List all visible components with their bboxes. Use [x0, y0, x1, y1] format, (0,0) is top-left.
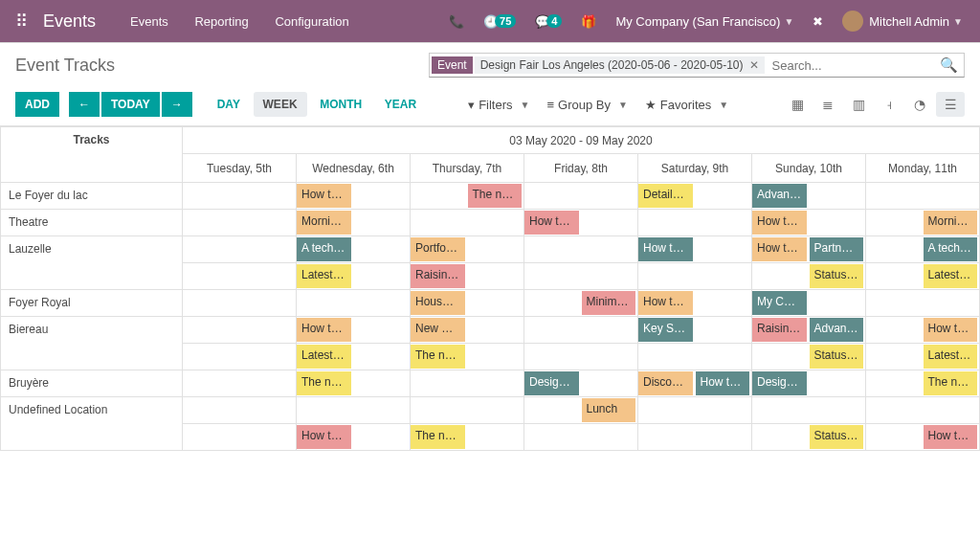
gantt-cell[interactable] [467, 210, 524, 236]
gantt-cell[interactable] [524, 424, 582, 451]
gantt-cell[interactable] [866, 210, 924, 236]
gantt-cell[interactable] [695, 236, 752, 263]
gantt-cell[interactable] [353, 210, 411, 236]
next-button[interactable]: → [162, 92, 192, 117]
filters-button[interactable]: ▾Filters▼ [464, 94, 533, 116]
gantt-cell[interactable] [923, 397, 980, 424]
today-button[interactable]: TODAY [101, 92, 160, 117]
gantt-cell[interactable] [581, 424, 638, 451]
gantt-bar[interactable]: Latest tre… [924, 264, 978, 288]
gantt-cell[interactable]: Design co… [752, 370, 810, 397]
view-kanban-icon[interactable]: ▦ [783, 92, 812, 117]
gantt-bar[interactable]: How to d… [752, 211, 807, 235]
search-bar[interactable]: Event Design Fair Los Angeles (2020-05-0… [429, 53, 965, 78]
gantt-cell[interactable] [467, 317, 524, 344]
gantt-cell[interactable] [524, 183, 582, 210]
gantt-bar[interactable]: Status & … [810, 425, 864, 449]
gantt-cell[interactable] [638, 210, 696, 236]
gantt-cell[interactable]: How to b… [297, 317, 354, 344]
gantt-cell[interactable]: Advanced… [809, 317, 866, 344]
gantt-cell[interactable] [183, 317, 240, 344]
gantt-bar[interactable]: Portfolio … [411, 237, 465, 261]
gantt-bar[interactable]: Latest tre… [924, 345, 978, 369]
gantt-cell[interactable] [695, 344, 752, 370]
view-calendar-icon[interactable]: ▥ [844, 92, 873, 117]
gantt-bar[interactable]: Status & … [810, 264, 864, 288]
gantt-cell[interactable] [809, 183, 866, 210]
gantt-cell[interactable] [923, 183, 980, 210]
gantt-cell[interactable] [467, 370, 524, 397]
gantt-cell[interactable]: How to b… [923, 317, 980, 344]
gantt-bar[interactable]: The new … [411, 425, 465, 449]
gantt-bar[interactable]: How to b… [924, 318, 978, 342]
gantt-bar[interactable]: House of … [411, 291, 465, 315]
gantt-bar[interactable]: My Comp… [752, 291, 807, 315]
view-graph-icon[interactable]: ⫞ [875, 92, 903, 117]
gantt-cell[interactable] [695, 183, 752, 210]
range-day[interactable]: DAY [208, 92, 250, 117]
gantt-cell[interactable] [353, 183, 411, 210]
gantt-bar[interactable]: How to o… [638, 291, 693, 315]
gantt-cell[interactable] [353, 317, 411, 344]
facet-remove-icon[interactable]: ✕ [749, 58, 759, 72]
view-gantt-icon[interactable]: ☰ [936, 92, 965, 117]
gantt-cell[interactable]: Latest tre… [923, 263, 980, 290]
gantt-bar[interactable]: Key Succ… [638, 318, 693, 342]
gantt-cell[interactable] [524, 236, 582, 263]
breadcrumb-title[interactable]: Event Tracks [15, 56, 115, 76]
gantt-cell[interactable] [239, 424, 297, 451]
gantt-bar[interactable]: Minimal b… [582, 291, 636, 315]
clock-badge[interactable]: 🕘75 [474, 14, 525, 29]
menu-reporting[interactable]: Reporting [183, 14, 259, 29]
gantt-cell[interactable] [866, 397, 924, 424]
gantt-cell[interactable] [467, 424, 524, 451]
gantt-cell[interactable] [183, 236, 240, 263]
gantt-cell[interactable] [183, 344, 240, 370]
gantt-cell[interactable]: How to fo… [752, 236, 810, 263]
gantt-cell[interactable]: My Comp… [752, 290, 810, 317]
view-activity-icon[interactable]: ◔ [905, 92, 934, 117]
gantt-cell[interactable] [695, 424, 752, 451]
gantt-cell[interactable]: Latest tre… [297, 263, 354, 290]
gantt-cell[interactable] [524, 263, 582, 290]
gantt-cell[interactable] [524, 317, 582, 344]
gantt-cell[interactable] [581, 370, 638, 397]
gantt-cell[interactable] [581, 183, 638, 210]
gantt-cell[interactable]: Design co… [524, 370, 582, 397]
company-switcher[interactable]: My Company (San Francisco)▼ [606, 14, 803, 29]
gantt-cell[interactable]: How to d… [752, 210, 810, 236]
gantt-cell[interactable]: How to d… [923, 424, 980, 451]
gantt-cell[interactable]: Morning … [297, 210, 354, 236]
gantt-cell[interactable] [809, 290, 866, 317]
gantt-cell[interactable] [467, 236, 524, 263]
gantt-cell[interactable] [411, 370, 468, 397]
gantt-cell[interactable]: Morning … [923, 210, 980, 236]
gantt-cell[interactable] [353, 236, 411, 263]
gantt-cell[interactable] [581, 344, 638, 370]
gantt-cell[interactable] [239, 370, 297, 397]
gantt-bar[interactable]: Design co… [524, 371, 579, 395]
gantt-cell[interactable] [695, 397, 752, 424]
gantt-cell[interactable]: Status & … [809, 344, 866, 370]
gantt-cell[interactable]: The new … [297, 370, 354, 397]
gantt-cell[interactable] [866, 290, 924, 317]
gantt-cell[interactable] [638, 263, 696, 290]
gantt-cell[interactable] [411, 210, 468, 236]
phone-icon[interactable]: 📞 [439, 14, 474, 29]
range-week[interactable]: WEEK [254, 92, 307, 117]
menu-events[interactable]: Events [119, 14, 180, 29]
range-month[interactable]: MONTH [310, 92, 371, 117]
gantt-cell[interactable] [581, 236, 638, 263]
gantt-cell[interactable] [183, 290, 240, 317]
gantt-cell[interactable] [183, 370, 240, 397]
gantt-bar[interactable]: Partnersh… [810, 237, 864, 261]
favorites-button[interactable]: ★Favorites▼ [641, 94, 732, 116]
menu-configuration[interactable]: Configuration [263, 14, 360, 29]
gantt-cell[interactable] [183, 210, 240, 236]
gantt-cell[interactable] [809, 370, 866, 397]
search-icon[interactable]: 🔍 [940, 56, 958, 74]
gantt-bar[interactable]: Morning … [924, 211, 978, 235]
debug-icon[interactable]: ✖ [803, 14, 833, 29]
gantt-cell[interactable] [638, 344, 696, 370]
gantt-bar[interactable]: How to d… [297, 425, 351, 449]
